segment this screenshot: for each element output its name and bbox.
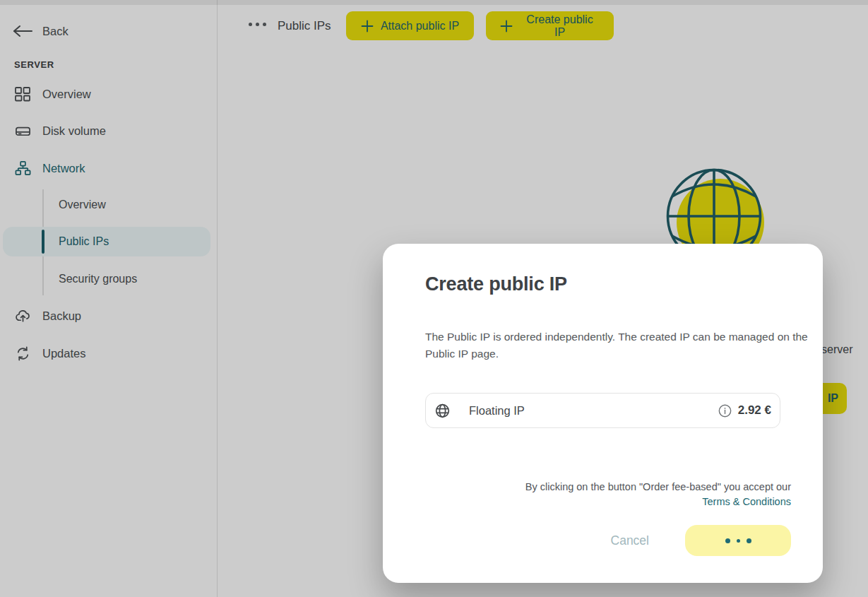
- top-shadow: [0, 0, 868, 5]
- loading-dots-icon: [725, 538, 751, 543]
- app-window: Back SERVER Overview Disk volume: [0, 0, 868, 597]
- globe-icon: [434, 403, 451, 419]
- create-public-ip-dialog: Create public IP The Public IP is ordere…: [383, 244, 823, 583]
- dialog-actions: Cancel: [607, 525, 791, 556]
- terms-and-conditions-link[interactable]: Terms & Conditions: [396, 495, 791, 509]
- floating-ip-option[interactable]: Floating IP 2.92 €: [425, 393, 780, 428]
- terms-notice: By clicking on the button "Order fee-bas…: [396, 480, 791, 509]
- info-icon[interactable]: [718, 404, 732, 418]
- terms-text: By clicking on the button "Order fee-bas…: [525, 481, 791, 492]
- dialog-title: Create public IP: [425, 273, 567, 295]
- floating-ip-label: Floating IP: [469, 404, 718, 418]
- price-value: 2.92 €: [738, 403, 771, 418]
- dialog-description: The Public IP is ordered independently. …: [425, 329, 819, 362]
- cancel-button[interactable]: Cancel: [607, 533, 653, 549]
- order-fee-based-button-loading[interactable]: [685, 525, 791, 556]
